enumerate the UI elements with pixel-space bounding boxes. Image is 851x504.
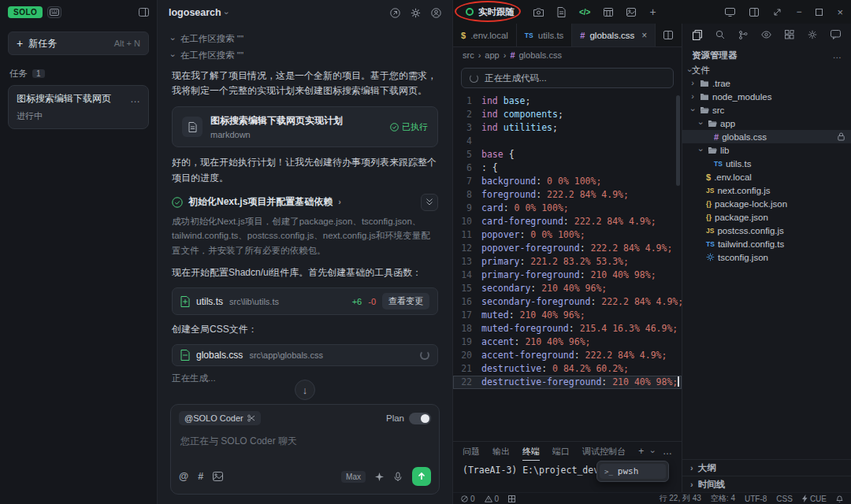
indentation[interactable]: 空格: 4	[711, 493, 735, 504]
code-view-icon[interactable]: </>	[579, 8, 590, 17]
code-line[interactable]: 18muted-foreground: 215.4 16.3% 46.9%;	[453, 322, 682, 335]
context-hash-icon[interactable]: #	[198, 471, 203, 482]
new-task-button[interactable]: + 新任务 Alt + N	[8, 32, 149, 55]
code-line[interactable]: 22destructive-foreground: 210 40% 98%;	[453, 376, 682, 389]
max-mode-badge[interactable]: Max	[341, 471, 366, 483]
image-view-icon[interactable]	[626, 8, 636, 17]
agent-selector[interactable]: @SOLO Coder	[179, 411, 261, 425]
code-line[interactable]: 11popover: 0 0% 100%;	[453, 228, 682, 242]
maximize-icon[interactable]	[816, 9, 823, 16]
tree-item[interactable]: JSnext.config.js	[682, 183, 851, 197]
code-line[interactable]: 15secondary: 210 40% 96%;	[453, 282, 682, 295]
notifications-bell-icon[interactable]	[836, 495, 843, 502]
tree-item[interactable]: ›app	[682, 117, 851, 130]
code-line[interactable]: 1ind base;	[453, 94, 682, 108]
table-icon[interactable]	[604, 8, 613, 17]
errors-indicator[interactable]: 0	[461, 495, 475, 503]
tree-item[interactable]: #globals.css	[682, 130, 851, 143]
chevron-down-icon[interactable]: ›	[649, 450, 658, 453]
project-name[interactable]: logosearch	[169, 7, 221, 18]
share-icon[interactable]	[390, 8, 400, 18]
tab-terminal[interactable]: 终端	[522, 446, 540, 458]
tree-item[interactable]: ›.trae	[682, 76, 851, 90]
code-line[interactable]: 20accent-foreground: 222.2 84% 4.9%;	[453, 349, 682, 362]
code-line[interactable]: 13primary: 221.2 83.2% 53.3%;	[453, 255, 682, 269]
plan-toggle-switch[interactable]	[409, 413, 431, 424]
task-more-icon[interactable]: …	[130, 93, 140, 105]
tab-output[interactable]: 输出	[492, 446, 510, 458]
task-card[interactable]: 图标搜索编辑下载网页 … 进行中	[8, 85, 149, 129]
tree-item[interactable]: tsconfig.json	[682, 250, 851, 264]
source-control-icon[interactable]	[738, 30, 748, 40]
tree-item[interactable]: TSutils.ts	[682, 157, 851, 170]
view-changes-button[interactable]: 查看变更	[382, 293, 429, 309]
explorer-icon[interactable]	[693, 30, 702, 40]
tab-problems[interactable]: 问题	[463, 446, 480, 458]
terminal-profile-pwsh[interactable]: >_ pwsh	[600, 464, 666, 479]
chat-input-placeholder[interactable]: 您正在与 SOLO Coder 聊天	[171, 428, 439, 467]
attach-image-icon[interactable]	[213, 472, 223, 481]
todo-item[interactable]: 初始化Next.js项目并配置基础依赖 ›	[172, 194, 438, 211]
tree-item[interactable]: $.env.local	[682, 170, 851, 183]
tree-item[interactable]: JSpostcss.config.js	[682, 224, 851, 237]
encoding[interactable]: UTF-8	[745, 495, 767, 503]
timeline-section[interactable]: › 时间线	[682, 476, 851, 492]
send-button[interactable]	[412, 467, 431, 486]
scroll-to-bottom-button[interactable]: ↓	[295, 380, 315, 400]
code-line[interactable]: 19accent: 210 40% 96%;	[453, 335, 682, 349]
language-mode[interactable]: CSS	[776, 495, 793, 503]
collapse-all-button[interactable]	[421, 194, 438, 211]
new-terminal-icon[interactable]: +	[638, 446, 644, 457]
code-line[interactable]: 5base {	[453, 148, 682, 161]
tab-ports[interactable]: 端口	[552, 446, 570, 458]
code-line[interactable]: 14primary-foreground: 210 40% 98%;	[453, 269, 682, 282]
file-change-card-utils[interactable]: utils.ts src\lib\utils.ts +6 -0 查看变更	[172, 287, 438, 315]
live-follow-button[interactable]: 实时跟随	[461, 4, 519, 20]
cue-indicator[interactable]: CUE	[802, 495, 827, 503]
terminal[interactable]: (TraeAI-3) E:\project_devel >_ pwsh	[453, 461, 682, 492]
more-actions-icon[interactable]: …	[833, 50, 842, 60]
layout-columns-icon[interactable]	[749, 8, 759, 17]
sparkle-icon[interactable]	[375, 472, 384, 481]
tree-section-files[interactable]: ›文件	[682, 65, 851, 76]
code-line[interactable]: 16secondary-foreground: 222.2 84% 4.9%;	[453, 295, 682, 309]
screenshot-icon[interactable]	[533, 8, 544, 17]
tree-item[interactable]: {}package-lock.json	[682, 197, 851, 210]
warnings-indicator[interactable]: 0	[485, 495, 500, 503]
code-line[interactable]: 3ind utilities;	[453, 121, 682, 135]
tab-debug-console[interactable]: 调试控制台	[582, 446, 626, 458]
breadcrumb[interactable]: src › app › # globals.css	[453, 47, 682, 63]
chat-bubble-icon[interactable]	[831, 30, 841, 39]
tree-item[interactable]: TStailwind.config.ts	[682, 237, 851, 250]
account-icon[interactable]	[431, 8, 441, 18]
cursor-position[interactable]: 行 22, 列 43	[659, 493, 700, 504]
mention-icon[interactable]: @	[179, 471, 188, 482]
collapse-panel-icon[interactable]	[139, 8, 149, 17]
file-change-card-globals[interactable]: globals.css src\app\globals.css	[172, 344, 438, 366]
close-icon[interactable]: ×	[837, 6, 843, 18]
breadcrumb-app[interactable]: app	[485, 50, 499, 60]
code-line[interactable]: 9card: 0 0% 100%;	[453, 202, 682, 215]
code-editor[interactable]: 1ind base;2ind components;3ind utilities…	[453, 93, 682, 441]
tree-item[interactable]: {}package.json	[682, 210, 851, 224]
tab-globals-css[interactable]: # globals.css ×	[572, 24, 656, 46]
chat-input-box[interactable]: @SOLO Coder Plan 您正在与 SOLO Coder 聊天 @ # …	[170, 404, 440, 495]
close-tab-icon[interactable]: ×	[641, 30, 647, 41]
ports-indicator[interactable]	[508, 495, 515, 502]
code-line[interactable]: 7background: 0 0% 100%;	[453, 175, 682, 188]
tab-env-local[interactable]: $ .env.local	[453, 24, 517, 46]
search-icon[interactable]	[715, 30, 725, 39]
tree-item[interactable]: ›lib	[682, 143, 851, 157]
tab-utils-ts[interactable]: TS utils.ts	[517, 24, 572, 46]
editor-scrollbar[interactable]	[676, 95, 680, 186]
code-line[interactable]: 17muted: 210 40% 96%;	[453, 309, 682, 322]
minimize-icon[interactable]: −	[796, 6, 801, 17]
code-line[interactable]: 4	[453, 135, 682, 148]
add-view-icon[interactable]: +	[649, 6, 656, 18]
tool-call-search[interactable]: › 在工作区搜索 ""	[172, 33, 438, 45]
code-line[interactable]: 12popover-foreground: 222.2 84% 4.9%;	[453, 242, 682, 255]
code-line[interactable]: 21destructive: 0 84.2% 60.2%;	[453, 362, 682, 376]
preview-eye-icon[interactable]	[761, 31, 771, 39]
breadcrumb-file[interactable]: globals.css	[519, 50, 562, 60]
settings-gear-icon[interactable]	[808, 30, 817, 39]
